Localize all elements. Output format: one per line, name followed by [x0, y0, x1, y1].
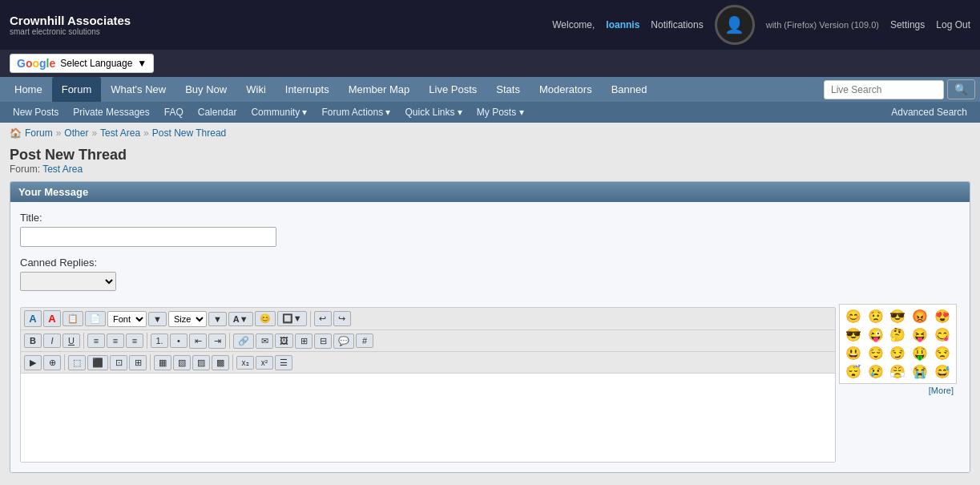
toolbar-size-select[interactable]: Size: [168, 311, 207, 327]
emoji-8[interactable]: 🤔: [888, 326, 909, 343]
canned-replies-select[interactable]: [20, 272, 116, 291]
breadcrumb-test-area[interactable]: Test Area: [100, 127, 140, 139]
toolbar-copy-btn[interactable]: 📋: [63, 311, 83, 326]
toolbar-font-color-btn[interactable]: A: [43, 310, 61, 327]
nav-wiki[interactable]: Wiki: [236, 77, 276, 102]
toolbar-email-btn[interactable]: ✉: [256, 333, 273, 349]
nav-banned[interactable]: Banned: [602, 77, 657, 102]
subnav-my-posts-btn[interactable]: My Posts ▾: [470, 104, 530, 120]
emoji-2[interactable]: 😟: [865, 308, 886, 325]
emoji-15[interactable]: 😒: [932, 345, 953, 362]
emoji-3[interactable]: 😎: [888, 308, 909, 325]
toolbar-font-select[interactable]: Font: [107, 311, 147, 327]
emoji-14[interactable]: 🤑: [909, 345, 930, 362]
emoji-12[interactable]: 😌: [865, 345, 886, 362]
nav-forum[interactable]: Forum: [52, 77, 102, 102]
toolbar-special-btn[interactable]: 🔲▼: [277, 311, 307, 326]
nav-live-posts[interactable]: Live Posts: [419, 77, 486, 102]
emoji-7[interactable]: 😜: [865, 326, 886, 343]
toolbar-frame2-btn[interactable]: ⬛: [87, 355, 108, 370]
toolbar-undo-btn[interactable]: ↩: [314, 311, 332, 326]
toolbar-frame3-btn[interactable]: ⊡: [110, 355, 127, 370]
toolbar-font-style-btn[interactable]: A: [24, 310, 42, 327]
toolbar-superscript-btn[interactable]: x²: [256, 356, 273, 370]
toolbar-align-center-btn[interactable]: ≡: [107, 333, 124, 348]
username-link[interactable]: Ioannis: [606, 19, 639, 30]
toolbar-ordered-list-btn[interactable]: 1.: [151, 333, 168, 348]
toolbar-align-left-btn[interactable]: ≡: [87, 333, 105, 348]
toolbar-media1-btn[interactable]: ▶: [24, 355, 42, 370]
notifications-link[interactable]: Notifications: [651, 19, 703, 30]
emoji-10[interactable]: 😋: [932, 326, 953, 343]
settings-link[interactable]: Settings: [890, 19, 925, 30]
emoji-20[interactable]: 😅: [932, 363, 953, 380]
emoji-13[interactable]: 😏: [888, 345, 909, 362]
toolbar-text-color-btn[interactable]: A▼: [228, 312, 253, 326]
emoji-5[interactable]: 😍: [932, 308, 953, 325]
toolbar-table2-btn[interactable]: ⊟: [314, 333, 332, 349]
toolbar-bold-btn[interactable]: B: [24, 333, 42, 348]
toolbar-frame4-btn[interactable]: ⊞: [129, 355, 147, 370]
subnav-my-posts-dropdown: My Posts ▾: [470, 104, 530, 120]
toolbar-image-btn[interactable]: 🖼: [275, 333, 293, 348]
nav-whats-new[interactable]: What's New: [101, 77, 175, 102]
subnav-faq[interactable]: FAQ: [158, 104, 190, 120]
emoji-18[interactable]: 😤: [888, 363, 909, 380]
toolbar-paste-btn[interactable]: 📄: [85, 311, 106, 326]
toolbar-clear-format-btn[interactable]: ☰: [275, 355, 292, 370]
toolbar-underline-btn[interactable]: U: [63, 333, 80, 348]
editor-textarea[interactable]: [21, 374, 835, 462]
toolbar-font-dropdown-icon[interactable]: ▼: [148, 312, 167, 326]
toolbar-frame1-btn[interactable]: ⬚: [68, 355, 86, 370]
toolbar-subscript-btn[interactable]: x₂: [236, 356, 254, 370]
nav-stats[interactable]: Stats: [486, 77, 530, 102]
subnav-new-posts[interactable]: New Posts: [6, 104, 65, 120]
breadcrumb-other[interactable]: Other: [64, 127, 88, 139]
toolbar-italic-btn[interactable]: I: [43, 333, 61, 348]
nav-member-map[interactable]: Member Map: [339, 77, 420, 102]
toolbar-outdent-btn[interactable]: ⇤: [189, 333, 207, 349]
title-input[interactable]: [20, 227, 276, 247]
nav-moderators[interactable]: Moderators: [530, 77, 602, 102]
emoji-16[interactable]: 😴: [843, 363, 864, 380]
translate-button[interactable]: Google Select Language ▼: [10, 54, 154, 73]
subnav-private-messages[interactable]: Private Messages: [67, 104, 155, 120]
toolbar-emoji-btn[interactable]: 😊: [255, 311, 276, 326]
forum-name-link[interactable]: Test Area: [42, 164, 83, 175]
emoji-4[interactable]: 😡: [909, 308, 930, 325]
emoji-more-link[interactable]: [More]: [839, 384, 957, 397]
toolbar-col1-btn[interactable]: ▦: [154, 355, 171, 370]
toolbar-quote-btn[interactable]: 💬: [333, 333, 354, 349]
subnav-quick-links-btn[interactable]: Quick Links ▾: [399, 104, 469, 120]
nav-buy-now[interactable]: Buy Now: [175, 77, 236, 102]
emoji-6[interactable]: 😎: [843, 326, 864, 343]
nav-home[interactable]: Home: [5, 77, 52, 102]
breadcrumb-post-new-thread[interactable]: Post New Thread: [152, 127, 227, 139]
toolbar-unordered-list-btn[interactable]: •: [170, 333, 188, 348]
logout-link[interactable]: Log Out: [936, 19, 970, 30]
emoji-1[interactable]: 😊: [843, 308, 864, 325]
subnav-community-btn[interactable]: Community ▾: [244, 104, 313, 120]
toolbar-redo-btn[interactable]: ↪: [333, 311, 351, 326]
emoji-17[interactable]: 😢: [865, 363, 886, 380]
nav-interrupts[interactable]: Interrupts: [276, 77, 339, 102]
toolbar-col4-btn[interactable]: ▩: [212, 355, 229, 370]
emoji-19[interactable]: 😭: [909, 363, 930, 380]
emoji-9[interactable]: 😝: [909, 326, 930, 343]
subnav-calendar[interactable]: Calendar: [192, 104, 244, 120]
toolbar-size-dropdown-icon[interactable]: ▼: [208, 312, 227, 326]
toolbar-col2-btn[interactable]: ▧: [173, 355, 191, 370]
emoji-11[interactable]: 😃: [843, 345, 864, 362]
toolbar-link-btn[interactable]: 🔗: [233, 333, 254, 349]
breadcrumb-forum[interactable]: Forum: [25, 127, 53, 139]
advanced-search-link[interactable]: Advanced Search: [885, 104, 974, 120]
toolbar-table-btn[interactable]: ⊞: [295, 333, 313, 349]
subnav-forum-actions-btn[interactable]: Forum Actions ▾: [315, 104, 397, 120]
toolbar-align-right-btn[interactable]: ≡: [126, 333, 143, 348]
search-button[interactable]: 🔍: [947, 79, 975, 99]
search-input[interactable]: [824, 80, 944, 99]
toolbar-indent-btn[interactable]: ⇥: [208, 333, 226, 349]
toolbar-col3-btn[interactable]: ▨: [192, 355, 210, 370]
toolbar-media2-btn[interactable]: ⊕: [43, 355, 61, 370]
toolbar-code-btn[interactable]: #: [356, 333, 373, 348]
